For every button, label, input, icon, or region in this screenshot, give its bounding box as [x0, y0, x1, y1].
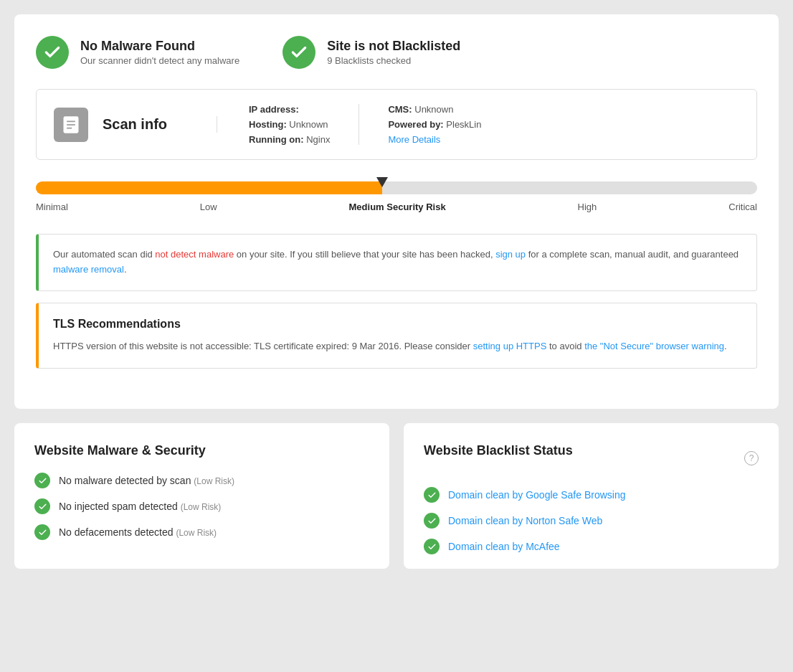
blacklist-link-2[interactable]: Domain clean by Norton Safe Web: [448, 515, 602, 526]
powered-row: Powered by: PleskLin: [388, 119, 481, 130]
malware-status: No Malware Found Our scanner didn't dete…: [36, 36, 239, 69]
gauge-marker-arrow: [376, 177, 388, 187]
blacklist-check-icon: [282, 36, 315, 69]
blacklist-header: Website Blacklist Status ?: [424, 443, 759, 473]
malware-title: No Malware Found: [80, 39, 239, 54]
malware-security-list: No malware detected by scan (Low Risk) N…: [34, 473, 369, 540]
blacklist-status-text: Site is not Blacklisted 9 Blacklists che…: [327, 39, 460, 66]
scan-info-box: Scan info IP address: Hosting: Unknown R…: [36, 89, 757, 160]
alert-orange: TLS Recommendations HTTPS version of thi…: [36, 303, 757, 369]
more-details-link[interactable]: More Details: [388, 134, 481, 145]
alert-green-text3: for a complete scan, manual audit, and g…: [526, 249, 739, 260]
alert-green-text1: Our automated scan did: [53, 249, 155, 260]
blacklist-link-3[interactable]: Domain clean by McAfee: [448, 541, 560, 552]
risk-section: Minimal Low Medium Security Risk High Cr…: [36, 181, 757, 212]
not-secure-link[interactable]: the "Not Secure" browser warning: [584, 341, 724, 351]
sign-up-link[interactable]: sign up: [495, 249, 526, 260]
list-item: No malware detected by scan (Low Risk): [34, 473, 369, 488]
gauge-bar-fill: [36, 181, 382, 194]
malware-status-text: No Malware Found Our scanner didn't dete…: [80, 39, 239, 66]
list-item: Domain clean by Google Safe Browsing: [424, 487, 759, 503]
setting-up-https-link[interactable]: setting up HTTPS: [473, 341, 547, 351]
label-critical: Critical: [728, 202, 757, 212]
gauge-labels: Minimal Low Medium Security Risk High Cr…: [36, 202, 757, 212]
scan-info-col-1: IP address: Hosting: Unknown Running on:…: [249, 104, 359, 145]
blacklist-status-list: Domain clean by Google Safe Browsing Dom…: [424, 487, 759, 554]
label-minimal: Minimal: [36, 202, 68, 212]
malware-security-card: Website Malware & Security No malware de…: [14, 423, 389, 569]
gauge-marker: [376, 177, 388, 187]
item-text: No injected spam detected (Low Risk): [59, 501, 221, 512]
hosting-row: Hosting: Unknown: [249, 119, 330, 130]
list-item: Domain clean by Norton Safe Web: [424, 513, 759, 529]
list-item: Domain clean by McAfee: [424, 539, 759, 554]
list-item: No defacements detected (Low Risk): [34, 524, 369, 540]
malware-security-title: Website Malware & Security: [34, 443, 369, 458]
item-text: No defacements detected (Low Risk): [59, 526, 217, 538]
scan-info-title: Scan info: [103, 116, 217, 133]
alert-green: Our automated scan did not detect malwar…: [36, 234, 757, 291]
blacklist-title: Site is not Blacklisted: [327, 39, 460, 54]
alert-green-text2: on your site. If you still believe that …: [234, 249, 495, 260]
malware-subtitle: Our scanner didn't detect any malware: [80, 55, 239, 66]
tls-title: TLS Recommendations: [53, 318, 742, 331]
scan-info-col-2: CMS: Unknown Powered by: PleskLin More D…: [388, 104, 481, 145]
alert-green-highlight1: not detect malware: [155, 249, 234, 260]
malware-check-icon: [36, 36, 69, 69]
status-row: No Malware Found Our scanner didn't dete…: [36, 36, 757, 69]
check-icon: [34, 498, 50, 514]
check-icon: [424, 487, 440, 503]
bottom-row: Website Malware & Security No malware de…: [14, 423, 779, 569]
blacklist-subtitle: 9 Blacklists checked: [327, 55, 460, 66]
blacklist-status: Site is not Blacklisted 9 Blacklists che…: [282, 36, 460, 69]
scan-info-details: IP address: Hosting: Unknown Running on:…: [232, 104, 481, 145]
check-icon: [424, 513, 440, 529]
main-card: No Malware Found Our scanner didn't dete…: [14, 14, 779, 409]
item-text: No malware detected by scan (Low Risk): [59, 475, 234, 486]
label-low: Low: [200, 202, 217, 212]
check-icon: [424, 539, 440, 554]
help-icon[interactable]: ?: [744, 451, 759, 465]
list-item: No injected spam detected (Low Risk): [34, 498, 369, 514]
label-high: High: [578, 202, 597, 212]
malware-removal-link[interactable]: malware removal: [53, 264, 124, 275]
gauge-bar-wrapper: [36, 181, 757, 194]
blacklist-status-title: Website Blacklist Status: [424, 443, 573, 458]
alert-green-text4: .: [124, 264, 127, 275]
cms-row: CMS: Unknown: [388, 104, 481, 115]
blacklist-status-card: Website Blacklist Status ? Domain clean …: [404, 423, 779, 569]
tls-text2: to avoid: [546, 341, 584, 351]
gauge-bar-bg: [36, 181, 757, 194]
check-icon: [34, 524, 50, 540]
check-icon: [34, 473, 50, 488]
running-row: Running on: Nginx: [249, 134, 330, 145]
tls-body: HTTPS version of this website is not acc…: [53, 339, 742, 354]
label-medium: Medium Security Risk: [349, 202, 446, 212]
blacklist-link-1[interactable]: Domain clean by Google Safe Browsing: [448, 489, 625, 501]
tls-text3: .: [724, 341, 727, 351]
scan-info-icon: [54, 108, 88, 142]
ip-row: IP address:: [249, 104, 330, 115]
tls-text1: HTTPS version of this website is not acc…: [53, 341, 473, 351]
